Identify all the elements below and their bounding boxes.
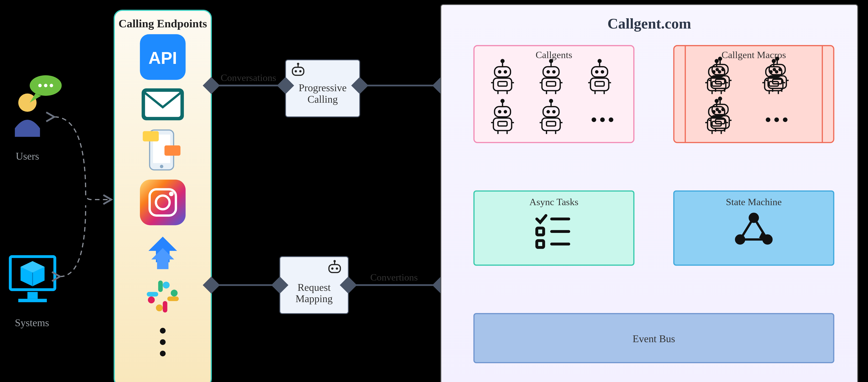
svg-point-15 [160, 165, 163, 168]
actor-endpoint-links [54, 117, 112, 276]
svg-point-38 [297, 63, 299, 65]
svg-rect-12 [145, 92, 180, 117]
svg-point-3 [44, 84, 48, 87]
svg-point-28 [171, 289, 178, 297]
event-bus-label: Event Bus [632, 333, 675, 344]
svg-point-60 [774, 117, 779, 122]
svg-point-55 [609, 117, 613, 122]
svg-text:RequestMapping: RequestMapping [296, 282, 333, 305]
platform-panel: Callgent.com Callgents Callgent Macros [441, 4, 858, 382]
svg-point-2 [38, 84, 42, 87]
svg-point-45 [334, 260, 336, 262]
architecture-diagram: Users Systems Calling Endpoints API [0, 0, 868, 382]
svg-rect-17 [164, 145, 181, 156]
state-machine-label: State Machine [726, 197, 782, 207]
users-actor: Users [15, 75, 62, 162]
callgents-box: Callgents [474, 45, 634, 142]
conversations-label: Conversations [221, 72, 276, 83]
svg-text:API: API [149, 48, 177, 68]
svg-point-31 [160, 339, 165, 345]
instagram-icon [140, 180, 186, 225]
svg-point-36 [299, 70, 302, 72]
svg-rect-7 [18, 299, 47, 302]
users-label: Users [16, 150, 39, 162]
svg-point-54 [600, 117, 605, 122]
svg-point-4 [50, 84, 53, 87]
svg-point-26 [148, 297, 155, 303]
svg-rect-16 [143, 131, 159, 141]
svg-point-59 [766, 117, 770, 122]
svg-rect-18 [140, 180, 186, 225]
svg-rect-24 [167, 297, 179, 301]
svg-point-53 [592, 117, 596, 122]
svg-rect-6 [27, 292, 38, 299]
callgent-macros-box: Callgent Macros [674, 45, 834, 142]
svg-point-21 [169, 192, 174, 196]
email-icon [142, 88, 184, 120]
svg-point-35 [295, 70, 297, 72]
svg-point-29 [156, 305, 163, 311]
callgents-label: Callgents [536, 49, 572, 60]
svg-point-27 [163, 282, 169, 288]
systems-label: Systems [15, 317, 49, 328]
event-bus-box: Event Bus [474, 314, 834, 363]
api-icon: API [140, 34, 186, 80]
svg-point-43 [336, 267, 338, 270]
svg-point-32 [160, 351, 165, 356]
svg-rect-22 [147, 292, 158, 297]
request-mapping-box: RequestMapping [280, 256, 348, 314]
state-machine-box: State Machine [674, 191, 834, 265]
async-tasks-box: Async Tasks [474, 191, 634, 265]
svg-rect-23 [158, 281, 163, 292]
more-icon [160, 328, 165, 356]
async-tasks-label: Async Tasks [529, 197, 579, 207]
calling-endpoints-panel: Calling Endpoints API [114, 10, 211, 382]
svg-point-42 [331, 267, 334, 270]
systems-actor: Systems [10, 256, 55, 328]
progressive-calling-box: ProgressiveCalling [285, 60, 360, 117]
platform-title: Callgent.com [608, 15, 691, 32]
svg-rect-25 [163, 301, 167, 313]
svg-point-61 [783, 117, 787, 122]
convertions-label: Convertions [370, 272, 418, 283]
svg-point-30 [160, 328, 165, 334]
calling-endpoints-title: Calling Endpoints [119, 17, 207, 30]
